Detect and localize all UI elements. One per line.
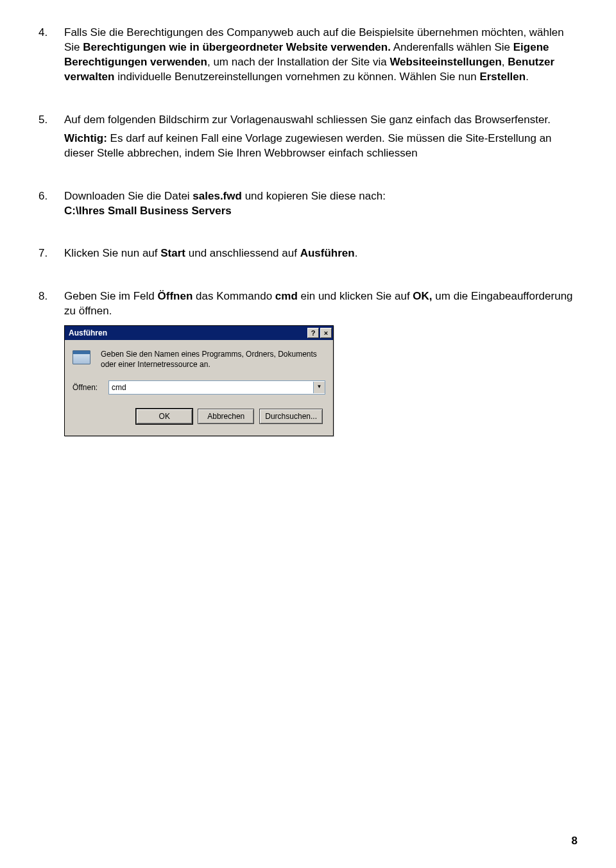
open-input-row: Öffnen: cmd ▼	[73, 380, 325, 395]
step-number: 5.	[38, 113, 64, 164]
browse-button[interactable]: Durchsuchen...	[259, 409, 323, 424]
help-button[interactable]: ?	[307, 328, 319, 338]
text: Anderenfalls wählen Sie	[391, 41, 513, 53]
step-5: 5. Auf dem folgenden Bildschirm zur Vorl…	[38, 113, 578, 164]
bold-text: Berechtigungen wie in übergeordneter Web…	[83, 41, 391, 53]
bold-text: Öffnen	[158, 290, 193, 302]
bold-text: Erstellen	[479, 71, 526, 83]
text: ,	[502, 56, 508, 68]
step-5-text-2: Wichtig: Es darf auf keinen Fall eine Vo…	[64, 132, 578, 161]
step-body: Geben Sie im Feld Öffnen das Kommando cm…	[64, 289, 578, 436]
text: .	[355, 247, 358, 259]
bold-text: OK,	[413, 290, 432, 302]
text: Downloaden Sie die Datei	[64, 190, 193, 202]
step-body: Auf dem folgenden Bildschirm zur Vorlage…	[64, 113, 578, 164]
bold-text: Ausführen	[300, 247, 355, 259]
step-7: 7. Klicken Sie nun auf Start und anschli…	[38, 246, 578, 264]
step-7-text: Klicken Sie nun auf Start und anschliess…	[64, 246, 578, 261]
open-combobox[interactable]: cmd ▼	[108, 380, 325, 395]
run-dialog: Ausführen ? × Geben Sie den Namen eines …	[64, 325, 334, 436]
step-body: Klicken Sie nun auf Start und anschliess…	[64, 246, 578, 264]
ok-button[interactable]: OK	[136, 409, 193, 424]
cancel-button[interactable]: Abbrechen	[198, 409, 254, 424]
text: Es darf auf keinen Fall eine Vorlage zug…	[64, 132, 552, 159]
text: und kopieren Sie diese nach:	[242, 190, 386, 202]
step-4-text: Falls Sie die Berechtigungen des Company…	[64, 26, 578, 85]
step-8: 8. Geben Sie im Feld Öffnen das Kommando…	[38, 289, 578, 436]
step-number: 6.	[38, 189, 64, 221]
step-4: 4. Falls Sie die Berechtigungen des Comp…	[38, 26, 578, 87]
dialog-description: Geben Sie den Namen eines Programms, Ord…	[101, 349, 325, 370]
dialog-body: Geben Sie den Namen eines Programms, Ord…	[65, 340, 333, 435]
bold-text: Wichtig:	[64, 132, 107, 144]
step-6: 6. Downloaden Sie die Datei sales.fwd un…	[38, 189, 578, 221]
text: Klicken Sie nun auf	[64, 247, 160, 259]
dialog-button-row: OK Abbrechen Durchsuchen...	[73, 409, 325, 427]
text: das Kommando	[193, 290, 275, 302]
text: .	[526, 71, 529, 83]
step-number: 4.	[38, 26, 64, 87]
text: ein und klicken Sie auf	[298, 290, 413, 302]
step-body: Downloaden Sie die Datei sales.fwd und k…	[64, 189, 578, 221]
step-number: 7.	[38, 246, 64, 264]
run-icon	[73, 349, 93, 368]
dialog-title: Ausführen	[69, 328, 306, 338]
dialog-titlebar[interactable]: Ausführen ? ×	[65, 326, 333, 340]
open-value: cmd	[109, 382, 313, 393]
bold-text: C:\Ihres Small Business Servers	[64, 205, 232, 217]
bold-text: Websiteeinstellungen	[389, 56, 501, 68]
open-label: Öffnen:	[73, 382, 103, 393]
step-number: 8.	[38, 289, 64, 436]
step-6-text: Downloaden Sie die Datei sales.fwd und k…	[64, 189, 578, 219]
text: individuelle Benutzereinstellungen vorne…	[114, 71, 479, 83]
text: Geben Sie im Feld	[64, 290, 158, 302]
dialog-description-row: Geben Sie den Namen eines Programms, Ord…	[73, 349, 325, 370]
step-8-text: Geben Sie im Feld Öffnen das Kommando cm…	[64, 289, 578, 319]
bold-text: sales.fwd	[193, 190, 242, 202]
step-5-text-1: Auf dem folgenden Bildschirm zur Vorlage…	[64, 113, 578, 128]
bold-text: Start	[160, 247, 185, 259]
text: und anschliessend auf	[185, 247, 300, 259]
text: , um nach der Installation der Site via	[207, 56, 389, 68]
bold-text: cmd	[275, 290, 298, 302]
chevron-down-icon[interactable]: ▼	[313, 382, 325, 393]
step-body: Falls Sie die Berechtigungen des Company…	[64, 26, 578, 87]
close-button[interactable]: ×	[320, 328, 332, 338]
